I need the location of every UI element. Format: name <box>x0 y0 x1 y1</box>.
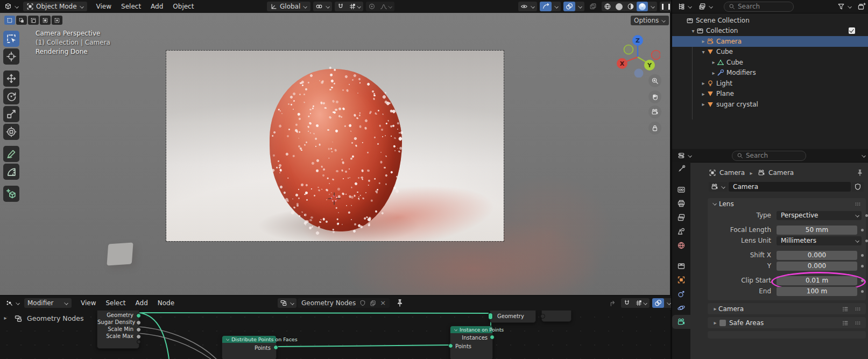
node-tree-name-field[interactable]: Geometry Nodes <box>301 299 356 307</box>
tool-rotate[interactable] <box>3 88 19 104</box>
options-dropdown[interactable]: Options <box>631 16 669 25</box>
node-editor-canvas[interactable]: ▸ Geometry Nodes GeometrySugar DensitySc… <box>0 310 670 359</box>
menu-view[interactable]: View <box>91 3 116 10</box>
animate-dot[interactable] <box>865 240 868 242</box>
scale-max-output-socket[interactable] <box>136 334 141 339</box>
snap-toggle[interactable] <box>335 2 347 11</box>
properties-tab-viewlayer[interactable] <box>672 210 690 224</box>
node-tree-mode-dropdown[interactable]: Modifier <box>24 298 72 308</box>
menu-node[interactable]: Node <box>153 299 179 307</box>
node-editor-type-button[interactable] <box>3 298 22 308</box>
outliner-row-scene-collection[interactable]: Scene Collection <box>672 15 868 26</box>
expand-arrow[interactable]: ▸ <box>700 91 707 97</box>
menu-view[interactable]: View <box>76 299 101 307</box>
outliner-row-cube[interactable]: ▸Cube <box>672 57 868 68</box>
shading-material-button[interactable] <box>625 2 637 11</box>
group-output-node[interactable]: Geometry <box>490 310 536 323</box>
tool-select-box[interactable] <box>3 31 19 47</box>
tool-move[interactable] <box>3 71 19 87</box>
unlabeled-input-socket[interactable] <box>540 314 545 319</box>
properties-editor-type-button[interactable] <box>675 151 694 160</box>
instance-on-points-node[interactable]: Instance on Points Instances Points <box>450 326 493 359</box>
gizmos-dropdown[interactable] <box>552 2 561 11</box>
outliner-row-plane[interactable]: ▸Plane <box>672 89 868 100</box>
menu-select[interactable]: Select <box>116 3 146 10</box>
type-field[interactable]: Perspective <box>777 211 862 220</box>
shading-wireframe-button[interactable] <box>602 2 613 11</box>
instances-output-socket[interactable] <box>490 335 495 340</box>
expand-arrow[interactable]: ▸ <box>712 320 718 326</box>
expand-arrow[interactable]: ▸ <box>700 80 707 86</box>
select-invert-button[interactable] <box>40 16 51 25</box>
section-camera[interactable]: ▸Camera <box>708 303 866 314</box>
node-breadcrumb-expand[interactable]: ▸ <box>2 315 9 321</box>
properties-tab-render[interactable] <box>672 182 690 196</box>
select-intersect-button[interactable] <box>52 16 62 25</box>
lens-unit-field[interactable]: Millimeters <box>777 236 862 245</box>
properties-tab-world[interactable] <box>672 238 690 252</box>
animate-dot[interactable] <box>861 265 864 268</box>
xray-toggle[interactable] <box>587 2 599 11</box>
navigation-gizmo[interactable]: Z X Y <box>615 32 660 78</box>
animate-dot[interactable] <box>861 279 864 282</box>
camera-name-field[interactable]: Camera <box>729 182 851 192</box>
tool-transform[interactable] <box>3 124 19 140</box>
fake-user-button[interactable] <box>852 182 864 192</box>
points-output-socket[interactable] <box>273 345 278 350</box>
tool-cursor[interactable] <box>3 48 19 65</box>
lens-panel-header[interactable]: Lens <box>708 198 866 209</box>
new-collection-icon[interactable] <box>857 2 866 11</box>
outliner-filter-button[interactable] <box>835 2 854 11</box>
properties-tab-tool[interactable] <box>672 162 690 176</box>
tool-scale[interactable] <box>3 106 19 122</box>
outliner-row-camera[interactable]: ▸Camera <box>672 36 868 47</box>
y-field[interactable]: 0.000 <box>777 262 857 271</box>
camera-datablock-browse[interactable] <box>709 182 728 192</box>
expand-arrow[interactable]: ▸ <box>700 38 707 44</box>
new-datablock-icon[interactable] <box>370 300 376 306</box>
shading-solid-button[interactable] <box>613 2 625 11</box>
outliner-row-collection[interactable]: ▾Collection <box>672 26 868 37</box>
properties-search[interactable]: Search <box>732 151 806 161</box>
visibility-dropdown[interactable] <box>518 2 537 11</box>
outliner-display-mode-button[interactable] <box>696 2 715 11</box>
distribute-points-node[interactable]: Distribute Points on Faces Points <box>222 335 277 359</box>
falloff-dropdown[interactable] <box>378 2 394 11</box>
section-checkbox[interactable] <box>719 320 726 326</box>
properties-tab-object[interactable] <box>672 273 690 287</box>
virtual-socket[interactable] <box>137 340 141 344</box>
node-snap-toggle[interactable] <box>621 298 633 308</box>
properties-tab-collection[interactable] <box>672 259 690 273</box>
collection-checkbox[interactable] <box>849 27 855 34</box>
pin-icon[interactable] <box>396 299 404 307</box>
clip-start-field[interactable]: 0.01 m <box>777 276 857 285</box>
proportional-edit-toggle[interactable] <box>366 2 378 11</box>
tool-add-cube[interactable] <box>3 186 19 202</box>
group-input-node[interactable]: GeometrySugar DensityScale MinScale Max <box>97 310 139 349</box>
focal-length-field[interactable]: 50 mm <box>777 226 857 235</box>
points-input-socket[interactable] <box>448 343 453 348</box>
animate-dot[interactable] <box>861 290 864 293</box>
go-to-parent-node-tree[interactable] <box>606 298 618 308</box>
unlink-icon[interactable]: × <box>380 300 386 306</box>
breadcrumb-data[interactable]: Camera <box>768 169 794 177</box>
select-tweak-button[interactable] <box>4 16 15 25</box>
viewport-3d[interactable]: Options Camera Perspective (1) Collectio… <box>0 13 670 295</box>
select-extend-button[interactable] <box>16 16 27 25</box>
pan-view-button[interactable] <box>648 90 661 103</box>
geometry-input-socket[interactable] <box>488 313 493 320</box>
expand-arrow[interactable]: ▾ <box>700 49 707 55</box>
expand-arrow[interactable]: ▸ <box>700 101 707 107</box>
properties-tab-scene[interactable] <box>672 224 690 238</box>
shift-x-field[interactable]: 0.000 <box>777 251 857 260</box>
node-snap-dropdown[interactable] <box>633 298 650 308</box>
end-field[interactable]: 100 m <box>777 287 857 296</box>
mode-selector[interactable]: Object Mode <box>23 2 87 11</box>
camera-view-button[interactable] <box>648 105 661 118</box>
shading-rendered-button[interactable] <box>637 2 648 11</box>
outliner-row-cube[interactable]: ▾Cube <box>672 47 868 58</box>
fake-user-icon[interactable] <box>359 300 366 306</box>
overlays-toggle[interactable] <box>563 2 575 11</box>
geometry-output-socket[interactable] <box>136 313 141 318</box>
transform-orientation-dropdown[interactable]: Global <box>267 2 310 11</box>
